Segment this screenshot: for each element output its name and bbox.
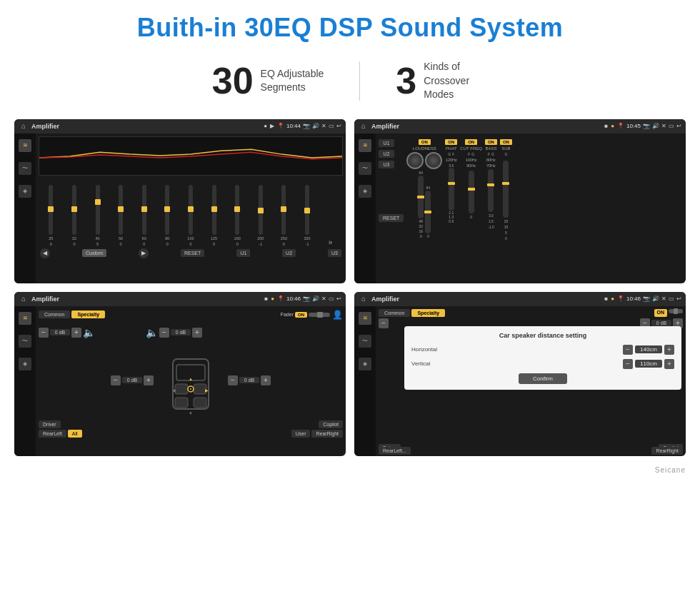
home-icon-4[interactable]: ⌂ — [359, 294, 369, 304]
eq-slider-6[interactable]: 1000 — [180, 185, 202, 246]
dialog-confirm-btn[interactable]: Confirm — [519, 373, 567, 384]
tab-common[interactable]: Common — [39, 310, 70, 318]
eq-slider-4[interactable]: 630 — [133, 185, 155, 246]
sp-rearright-btn[interactable]: RearRight — [311, 430, 343, 438]
cutfreq-on-btn[interactable]: ON — [465, 139, 477, 145]
window-icon-3[interactable]: ▭ — [329, 296, 334, 302]
back-icon-3[interactable]: ↩ — [336, 296, 341, 302]
sp-ml-plus[interactable]: + — [144, 375, 154, 385]
vol-sidebar-icon[interactable]: ◈ — [19, 185, 31, 198]
close-icon-2[interactable]: ✕ — [661, 123, 666, 129]
sp-tr-plus[interactable]: + — [192, 328, 202, 338]
sp-user-btn[interactable]: User — [291, 430, 311, 438]
cutfreq-slider[interactable] — [469, 171, 474, 213]
fader-track[interactable] — [309, 313, 330, 317]
vol-sidebar-icon-4[interactable]: ◈ — [359, 358, 371, 370]
eq-slider-5[interactable]: 800 — [156, 185, 179, 246]
sp-copilot-btn[interactable]: Copilot — [319, 420, 343, 428]
horizontal-minus-btn[interactable]: − — [623, 345, 633, 355]
eq-slider-10[interactable]: 2500 — [273, 185, 295, 246]
home-icon-3[interactable]: ⌂ — [19, 294, 29, 304]
bass-slider-1[interactable] — [488, 169, 494, 212]
eq-slider-9[interactable]: 200-1 — [249, 185, 271, 246]
sub-on-btn[interactable]: ON — [500, 139, 512, 145]
fader-thumb[interactable] — [317, 312, 323, 318]
sp-all-btn[interactable]: All — [68, 430, 82, 438]
eq-slider-8[interactable]: 1600 — [226, 185, 249, 246]
vol-sidebar-icon-3[interactable]: ◈ — [19, 358, 31, 370]
tab-common-4[interactable]: Common — [379, 309, 410, 317]
eq-slider-7[interactable]: 1250 — [203, 185, 225, 246]
person-icon[interactable]: 👤 — [331, 309, 343, 320]
sp-car-row: − 0 dB + — [39, 345, 343, 416]
eq-slider-0[interactable]: 250 — [40, 185, 62, 246]
close-icon[interactable]: ✕ — [321, 123, 326, 129]
loudness-thumb-1[interactable] — [417, 196, 424, 198]
u3-btn[interactable]: U3 — [379, 161, 394, 168]
dist-rearleft-btn[interactable]: RearLeft... — [379, 447, 411, 455]
eq-sidebar-icon-2[interactable]: ≋ — [359, 139, 371, 152]
vertical-plus-btn[interactable]: + — [664, 359, 674, 369]
vol-sidebar-icon-2[interactable]: ◈ — [359, 185, 371, 198]
home-icon-2[interactable]: ⌂ — [359, 121, 369, 131]
wave-sidebar-icon[interactable]: 〜 — [19, 162, 31, 175]
sp-tl-minus[interactable]: − — [39, 328, 49, 338]
loudness-knob-1[interactable] — [406, 152, 424, 169]
eq-custom-btn[interactable]: Custom — [82, 249, 106, 257]
fader-thumb-4[interactable] — [674, 308, 678, 314]
sub-slider[interactable] — [503, 161, 509, 218]
eq-play-btn[interactable]: ▶ — [139, 248, 149, 258]
fader-track-4[interactable] — [669, 309, 683, 313]
eq-prev-btn[interactable]: ◀ — [40, 248, 50, 258]
eq-sidebar-icon[interactable]: ≋ — [19, 139, 31, 152]
vertical-minus-btn[interactable]: − — [623, 359, 633, 369]
svg-rect-5 — [194, 398, 206, 408]
eq-sidebar-icon-4[interactable]: ≋ — [359, 312, 371, 325]
sp-tl-plus[interactable]: + — [71, 328, 81, 338]
back-icon-4[interactable]: ↩ — [676, 296, 681, 302]
sp-mr-plus[interactable]: + — [261, 375, 271, 385]
eq-more-icon[interactable]: » — [319, 238, 341, 246]
clock: 10:44 — [286, 123, 301, 129]
eq-u2-btn[interactable]: U2 — [282, 249, 296, 257]
eq-slider-2[interactable]: 405 — [86, 185, 109, 246]
bass-on-btn[interactable]: ON — [485, 139, 497, 145]
sp-mr-minus[interactable]: − — [228, 375, 238, 385]
eq-u1-btn[interactable]: U1 — [236, 249, 250, 257]
u1-btn[interactable]: U1 — [379, 139, 394, 147]
crossover-reset-btn[interactable]: RESET — [379, 214, 404, 222]
wave-sidebar-icon-2[interactable]: 〜 — [359, 162, 371, 175]
eq-slider-11[interactable]: 320-1 — [296, 185, 319, 246]
window-icon-2[interactable]: ▭ — [669, 123, 674, 129]
eq-slider-3[interactable]: 500 — [110, 185, 132, 246]
window-icon-4[interactable]: ▭ — [669, 296, 674, 302]
home-icon[interactable]: ⌂ — [19, 121, 29, 131]
eq-sidebar-icon-3[interactable]: ≋ — [19, 312, 31, 325]
loudness-on-btn[interactable]: ON — [419, 139, 431, 145]
back-icon-2[interactable]: ↩ — [676, 123, 681, 129]
window-icon[interactable]: ▭ — [329, 123, 334, 129]
close-icon-3[interactable]: ✕ — [321, 296, 326, 302]
screen-speaker-sidebar: ≋ 〜 ◈ — [14, 306, 36, 456]
sp-rearleft-btn[interactable]: RearLeft — [39, 430, 66, 438]
eq-reset-btn[interactable]: RESET — [181, 249, 204, 257]
u2-btn[interactable]: U2 — [379, 150, 394, 158]
phat-on-btn[interactable]: ON — [445, 139, 457, 145]
close-icon-4[interactable]: ✕ — [661, 296, 666, 302]
wave-sidebar-icon-3[interactable]: 〜 — [19, 335, 31, 348]
loudness-thumb-2[interactable] — [424, 211, 431, 213]
dist-rearright-btn[interactable]: RearRight — [651, 447, 683, 455]
eq-slider-1[interactable]: 320 — [64, 185, 86, 246]
horizontal-plus-btn[interactable]: + — [664, 345, 674, 355]
sp-tr-minus[interactable]: − — [159, 328, 169, 338]
eq-u3-btn[interactable]: U3 — [328, 249, 341, 257]
dist-sp-minus-l[interactable]: − — [379, 318, 389, 328]
phat-thumb[interactable] — [448, 182, 455, 185]
back-icon[interactable]: ↩ — [336, 123, 341, 129]
sp-driver-btn[interactable]: Driver — [39, 420, 61, 428]
wave-sidebar-icon-4[interactable]: 〜 — [359, 335, 371, 348]
tab-specialty-4[interactable]: Specialty — [411, 309, 445, 317]
loudness-knob-2[interactable] — [425, 152, 442, 169]
sp-ml-minus[interactable]: − — [111, 375, 121, 385]
tab-specialty[interactable]: Specialty — [71, 310, 105, 318]
